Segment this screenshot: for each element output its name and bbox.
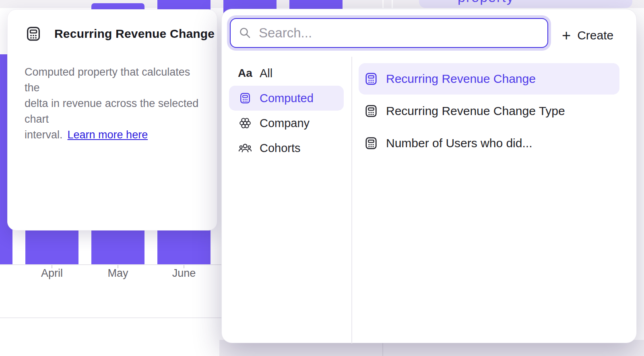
category-sidebar: Aa All Computed Company Cohorts — [229, 61, 344, 161]
text-aa-icon: Aa — [238, 67, 252, 80]
calculator-icon — [238, 92, 252, 104]
tooltip-description-line: delta in revenue across the selected cha… — [25, 96, 206, 127]
background-panel-divider — [382, 0, 384, 8]
axis-tick — [118, 265, 118, 268]
axis-tick — [184, 265, 184, 268]
background-highlighted-row: property — [419, 0, 632, 8]
axis-label-april: April — [24, 267, 80, 280]
tooltip-description-line: interval.Learn more here — [25, 127, 206, 143]
calculator-icon — [25, 26, 41, 42]
category-cohorts[interactable]: Cohorts — [229, 136, 344, 161]
tooltip-description: Computed property that calculates the de… — [25, 64, 206, 143]
cohorts-people-icon — [238, 141, 252, 155]
tooltip-title: Recurring Revenue Change — [54, 27, 215, 41]
search-input[interactable] — [259, 25, 539, 41]
axis-tick — [52, 265, 52, 268]
category-company[interactable]: Company — [229, 111, 344, 136]
category-computed[interactable]: Computed — [229, 86, 344, 111]
property-tooltip-card: Recurring Revenue Change Computed proper… — [7, 9, 217, 230]
result-recurring-revenue-change[interactable]: Recurring Revenue Change — [359, 63, 619, 95]
calculator-icon — [364, 104, 378, 118]
company-cluster-icon — [238, 117, 252, 130]
search-bar[interactable] — [230, 18, 548, 48]
create-button[interactable]: + Create — [562, 25, 613, 45]
calculator-icon — [364, 72, 378, 86]
background-panel-divider — [392, 0, 393, 8]
modal-column-divider — [351, 57, 352, 344]
search-focus-ring — [227, 15, 551, 51]
calculator-icon — [364, 136, 378, 150]
result-recurring-revenue-change-type[interactable]: Recurring Revenue Change Type — [359, 95, 619, 127]
search-results-list: Recurring Revenue Change Recurring Reven… — [359, 63, 619, 160]
tooltip-description-line: Computed property that calculates the — [25, 64, 206, 96]
clipped-text-fragment: property — [458, 0, 514, 5]
plus-icon: + — [562, 28, 571, 43]
axis-label-june: June — [156, 267, 212, 280]
result-number-of-users[interactable]: Number of Users who did... — [359, 128, 619, 159]
property-search-modal: + Create Aa All Computed Company Cohorts — [221, 9, 637, 343]
learn-more-link[interactable]: Learn more here — [68, 129, 148, 141]
axis-label-may: May — [90, 267, 146, 280]
category-all[interactable]: Aa All — [229, 61, 344, 86]
search-icon — [239, 27, 252, 39]
